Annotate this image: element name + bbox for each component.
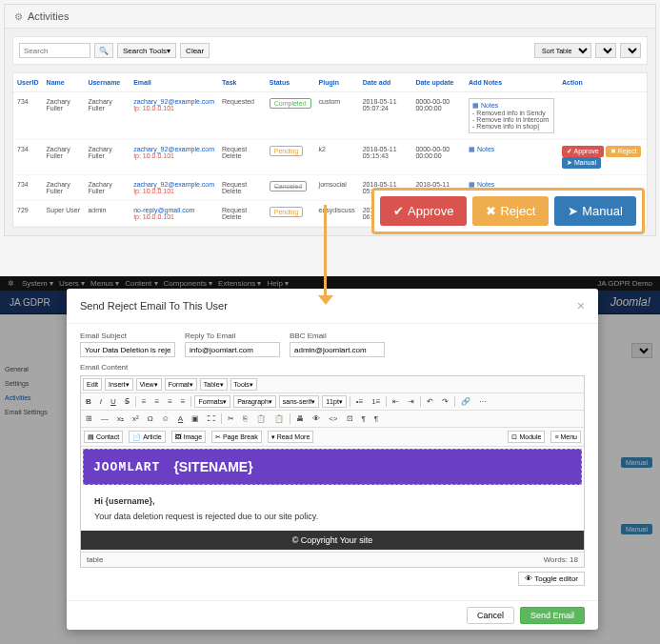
- row-reject-button[interactable]: ✖ Reject: [606, 146, 642, 157]
- status-badge: Canceled: [270, 181, 308, 191]
- th-email[interactable]: Email: [130, 73, 218, 92]
- callout-arrow: [324, 205, 327, 300]
- sub-icon[interactable]: x₂: [114, 413, 127, 425]
- email-footer: © Copyright Your site: [81, 531, 584, 550]
- th-username[interactable]: Username: [84, 73, 130, 92]
- bullets-icon[interactable]: •≡: [353, 395, 366, 408]
- align-right-icon[interactable]: ≡: [165, 395, 175, 408]
- bgcolor-icon[interactable]: ▣: [189, 413, 202, 425]
- menu-format[interactable]: Format ▾: [165, 378, 197, 391]
- action-callout: ✔Approve ✖Reject ➤Manual: [371, 188, 645, 234]
- char-icon[interactable]: Ω: [145, 413, 156, 425]
- menu-view[interactable]: View ▾: [136, 378, 162, 391]
- close-button[interactable]: ×: [577, 298, 585, 313]
- menu-table[interactable]: Table ▾: [200, 378, 228, 391]
- search-button[interactable]: 🔍: [94, 43, 113, 58]
- word-count: Words: 18: [544, 555, 578, 564]
- sup-icon[interactable]: x²: [130, 413, 142, 425]
- italic-icon[interactable]: I: [97, 395, 105, 408]
- outdent-icon[interactable]: ⇤: [390, 395, 402, 408]
- paste-icon[interactable]: 📋: [253, 413, 269, 425]
- clear-button[interactable]: Clear: [180, 43, 210, 58]
- contact-button[interactable]: ▤ Contact: [84, 431, 123, 443]
- bbc-label: BBC Email: [290, 332, 385, 340]
- sort-select[interactable]: Sort Table By:: [534, 43, 591, 58]
- editor: Edit Insert ▾ View ▾ Format ▾ Table ▾ To…: [80, 375, 585, 568]
- undo-icon[interactable]: ↶: [424, 395, 436, 408]
- align-justify-icon[interactable]: ≡: [178, 395, 189, 408]
- fullscreen-icon[interactable]: ⛶: [205, 413, 218, 425]
- copy-icon[interactable]: ⎘: [240, 413, 250, 425]
- subject-input[interactable]: [80, 342, 175, 357]
- reject-button[interactable]: ✖Reject: [472, 196, 549, 226]
- th-plugin[interactable]: Plugin: [315, 73, 359, 92]
- pagebreak-button[interactable]: ✂ Page Break: [211, 431, 262, 443]
- fontsize-select[interactable]: 11pt ▾: [322, 395, 347, 408]
- limit-select[interactable]: 20: [620, 43, 641, 58]
- email-link[interactable]: zachary_92@example.com: [133, 146, 214, 152]
- rtl-icon[interactable]: ¶: [371, 413, 381, 425]
- cancel-button[interactable]: Cancel: [467, 607, 514, 624]
- numbers-icon[interactable]: 1≡: [369, 395, 383, 408]
- send-email-button[interactable]: Send Email: [520, 607, 585, 624]
- th-userid[interactable]: UserID: [13, 73, 43, 92]
- th-status[interactable]: Status: [266, 73, 315, 92]
- table-row: 734 Zachary Fuller Zachary Fuller zachar…: [13, 92, 647, 140]
- emoji-icon[interactable]: ☺: [159, 413, 172, 425]
- email-link[interactable]: no-reply@gmail.com: [133, 207, 194, 213]
- th-action[interactable]: Action: [558, 73, 647, 92]
- th-task[interactable]: Task: [218, 73, 266, 92]
- th-dateadd[interactable]: Date add: [359, 73, 412, 92]
- hr-icon[interactable]: —: [98, 413, 111, 425]
- redo-icon[interactable]: ↷: [439, 395, 451, 408]
- row-manual-button[interactable]: ➤ Manual: [562, 157, 601, 169]
- image-button[interactable]: 🖼 Image: [171, 431, 206, 443]
- toggle-editor-button[interactable]: 👁 Toggle editor: [518, 572, 585, 586]
- menu-tools[interactable]: Tools ▾: [230, 378, 257, 391]
- th-name[interactable]: Name: [43, 73, 85, 92]
- align-left-icon[interactable]: ≡: [139, 395, 150, 408]
- modal-title: Send Reject Email To This User: [80, 300, 228, 312]
- align-center-icon[interactable]: ≡: [151, 395, 162, 408]
- email-greeting: Hi {username},: [94, 496, 570, 506]
- strike-icon[interactable]: S̶: [122, 395, 132, 408]
- menu-button[interactable]: ≡ Menu: [550, 431, 581, 443]
- sort-dir-select[interactable]: [595, 43, 616, 58]
- paragraph-select[interactable]: Paragraph ▾: [233, 395, 276, 408]
- status-badge: Pending: [270, 146, 304, 156]
- ltr-icon[interactable]: ¶: [359, 413, 369, 425]
- underline-icon[interactable]: U: [108, 395, 119, 408]
- paste-text-icon[interactable]: 📋: [271, 413, 287, 425]
- article-button[interactable]: 📄 Article: [129, 431, 165, 443]
- more-icon[interactable]: ⋯: [476, 395, 490, 408]
- indent-icon[interactable]: ⇥: [405, 395, 417, 408]
- table-icon[interactable]: ⊞: [83, 413, 95, 425]
- font-select[interactable]: sans-serif ▾: [279, 395, 319, 408]
- th-notes[interactable]: Add Notes: [465, 73, 558, 92]
- search-tools-button[interactable]: Search Tools ▾: [117, 43, 176, 58]
- editor-content[interactable]: JOOMLART {SITENAME} Hi {username}, Your …: [81, 447, 584, 552]
- email-link[interactable]: zachary_92@example.com: [133, 181, 214, 188]
- module-button[interactable]: ⊡ Module: [508, 431, 545, 443]
- search-input[interactable]: [19, 43, 90, 58]
- preview-icon[interactable]: 👁: [310, 413, 323, 425]
- manual-button[interactable]: ➤Manual: [554, 196, 636, 226]
- template-icon[interactable]: ⊡: [344, 413, 356, 425]
- print-icon[interactable]: 🖶: [293, 413, 307, 425]
- row-approve-button[interactable]: ✔ Approve: [562, 146, 604, 157]
- th-dateupdate[interactable]: Date update: [411, 73, 465, 92]
- menu-insert[interactable]: Insert ▾: [105, 378, 133, 391]
- menu-edit[interactable]: Edit: [83, 378, 102, 391]
- approve-button[interactable]: ✔Approve: [380, 196, 467, 226]
- check-icon: ✔: [393, 204, 404, 218]
- bbc-input[interactable]: [290, 342, 385, 357]
- cut-icon[interactable]: ✂: [225, 413, 237, 425]
- link-icon[interactable]: 🔗: [458, 395, 473, 408]
- email-link[interactable]: zachary_92@example.com: [133, 98, 214, 105]
- formats-select[interactable]: Formats ▾: [194, 395, 230, 408]
- color-icon[interactable]: A: [175, 413, 186, 425]
- code-icon[interactable]: <>: [326, 413, 340, 425]
- bold-icon[interactable]: B: [83, 395, 94, 408]
- reply-input[interactable]: [185, 342, 280, 357]
- readmore-button[interactable]: ▾ Read More: [268, 431, 314, 443]
